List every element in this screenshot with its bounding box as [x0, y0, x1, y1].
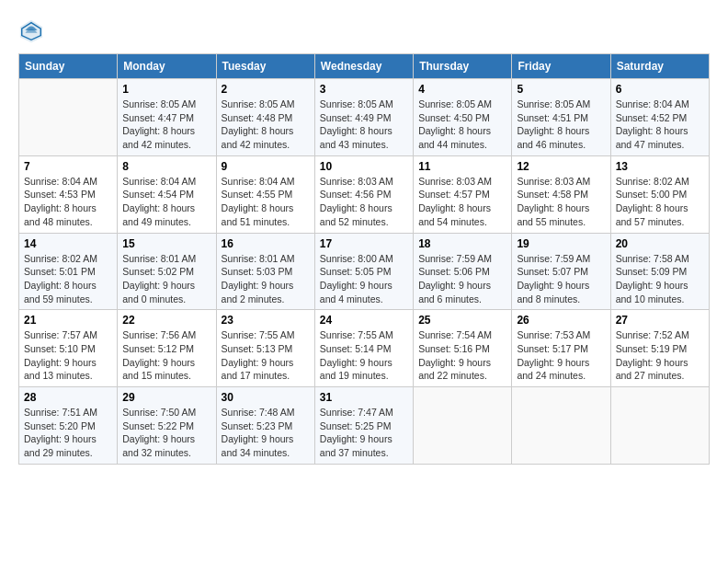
- day-info: Sunrise: 7:59 AMSunset: 5:07 PMDaylight:…: [517, 252, 605, 306]
- calendar-cell: 25Sunrise: 7:54 AMSunset: 5:16 PMDayligh…: [414, 310, 512, 387]
- calendar-cell: 12Sunrise: 8:03 AMSunset: 4:58 PMDayligh…: [512, 155, 610, 233]
- day-info: Sunrise: 7:47 AMSunset: 5:25 PMDaylight:…: [320, 406, 408, 460]
- logo-icon: [18, 18, 44, 44]
- day-number: 10: [320, 160, 408, 173]
- day-number: 22: [122, 314, 210, 327]
- calendar-cell: 4Sunrise: 8:05 AMSunset: 4:50 PMDaylight…: [414, 79, 512, 156]
- day-number: 7: [24, 160, 112, 173]
- calendar-cell: 8Sunrise: 8:04 AMSunset: 4:54 PMDaylight…: [118, 155, 216, 233]
- day-info: Sunrise: 7:48 AMSunset: 5:23 PMDaylight:…: [222, 406, 310, 460]
- day-info: Sunrise: 7:52 AMSunset: 5:19 PMDaylight:…: [616, 328, 704, 383]
- calendar-cell: 1Sunrise: 8:05 AMSunset: 4:47 PMDaylight…: [118, 79, 216, 156]
- day-info: Sunrise: 7:54 AMSunset: 5:16 PMDaylight:…: [418, 328, 506, 383]
- day-number: 26: [517, 314, 605, 327]
- day-info: Sunrise: 8:02 AMSunset: 5:01 PMDaylight:…: [24, 252, 112, 306]
- calendar-cell: 28Sunrise: 7:51 AMSunset: 5:20 PMDayligh…: [19, 387, 118, 465]
- calendar-cell: 26Sunrise: 7:53 AMSunset: 5:17 PMDayligh…: [512, 310, 610, 387]
- day-number: 12: [517, 160, 605, 173]
- day-info: Sunrise: 8:00 AMSunset: 5:05 PMDaylight:…: [320, 252, 408, 306]
- calendar-cell: 27Sunrise: 7:52 AMSunset: 5:19 PMDayligh…: [610, 310, 709, 387]
- calendar-cell: 6Sunrise: 8:04 AMSunset: 4:52 PMDaylight…: [610, 79, 709, 156]
- calendar-cell: 2Sunrise: 8:05 AMSunset: 4:48 PMDaylight…: [216, 79, 314, 156]
- calendar-cell: 10Sunrise: 8:03 AMSunset: 4:56 PMDayligh…: [314, 155, 413, 233]
- calendar-table: SundayMondayTuesdayWednesdayThursdayFrid…: [18, 53, 710, 465]
- day-info: Sunrise: 7:59 AMSunset: 5:06 PMDaylight:…: [418, 252, 506, 306]
- calendar-cell: 20Sunrise: 7:58 AMSunset: 5:09 PMDayligh…: [610, 233, 709, 310]
- day-number: 18: [418, 237, 506, 250]
- day-info: Sunrise: 7:51 AMSunset: 5:20 PMDaylight:…: [24, 406, 112, 460]
- day-number: 9: [222, 160, 310, 173]
- day-number: 25: [418, 314, 506, 327]
- day-number: 5: [517, 83, 605, 96]
- day-number: 31: [320, 391, 408, 404]
- day-info: Sunrise: 8:04 AMSunset: 4:55 PMDaylight:…: [222, 175, 310, 229]
- day-number: 4: [418, 83, 506, 96]
- day-number: 1: [122, 83, 210, 96]
- day-info: Sunrise: 7:58 AMSunset: 5:09 PMDaylight:…: [616, 252, 704, 306]
- day-info: Sunrise: 8:01 AMSunset: 5:03 PMDaylight:…: [222, 252, 310, 306]
- calendar-cell: 22Sunrise: 7:56 AMSunset: 5:12 PMDayligh…: [118, 310, 216, 387]
- day-number: 19: [517, 237, 605, 250]
- day-number: 24: [320, 314, 408, 327]
- calendar-cell: 29Sunrise: 7:50 AMSunset: 5:22 PMDayligh…: [118, 387, 216, 465]
- day-info: Sunrise: 7:57 AMSunset: 5:10 PMDaylight:…: [24, 328, 112, 383]
- day-number: 11: [418, 160, 506, 173]
- calendar-cell: 5Sunrise: 8:05 AMSunset: 4:51 PMDaylight…: [512, 79, 610, 156]
- day-info: Sunrise: 8:05 AMSunset: 4:49 PMDaylight:…: [320, 98, 408, 152]
- weekday-header-tuesday: Tuesday: [216, 54, 314, 79]
- calendar-week-row: 7Sunrise: 8:04 AMSunset: 4:53 PMDaylight…: [19, 155, 710, 233]
- calendar-cell: 16Sunrise: 8:01 AMSunset: 5:03 PMDayligh…: [216, 233, 314, 310]
- day-info: Sunrise: 7:56 AMSunset: 5:12 PMDaylight:…: [122, 328, 210, 383]
- calendar-cell: 14Sunrise: 8:02 AMSunset: 5:01 PMDayligh…: [19, 233, 118, 310]
- day-info: Sunrise: 8:05 AMSunset: 4:48 PMDaylight:…: [222, 98, 310, 152]
- calendar-cell: [610, 387, 709, 465]
- weekday-header-wednesday: Wednesday: [314, 54, 413, 79]
- day-info: Sunrise: 8:02 AMSunset: 5:00 PMDaylight:…: [616, 175, 704, 229]
- day-number: 6: [616, 83, 704, 96]
- day-number: 28: [24, 391, 112, 404]
- calendar-cell: 24Sunrise: 7:55 AMSunset: 5:14 PMDayligh…: [314, 310, 413, 387]
- calendar-cell: 31Sunrise: 7:47 AMSunset: 5:25 PMDayligh…: [314, 387, 413, 465]
- day-info: Sunrise: 8:05 AMSunset: 4:51 PMDaylight:…: [517, 98, 605, 152]
- calendar-cell: 19Sunrise: 7:59 AMSunset: 5:07 PMDayligh…: [512, 233, 610, 310]
- day-number: 2: [222, 83, 310, 96]
- day-info: Sunrise: 8:01 AMSunset: 5:02 PMDaylight:…: [122, 252, 210, 306]
- calendar-cell: 11Sunrise: 8:03 AMSunset: 4:57 PMDayligh…: [414, 155, 512, 233]
- day-number: 16: [222, 237, 310, 250]
- day-number: 14: [24, 237, 112, 250]
- weekday-header-monday: Monday: [118, 54, 216, 79]
- calendar-cell: 23Sunrise: 7:55 AMSunset: 5:13 PMDayligh…: [216, 310, 314, 387]
- calendar-cell: [414, 387, 512, 465]
- calendar-cell: 15Sunrise: 8:01 AMSunset: 5:02 PMDayligh…: [118, 233, 216, 310]
- calendar-cell: 9Sunrise: 8:04 AMSunset: 4:55 PMDaylight…: [216, 155, 314, 233]
- day-info: Sunrise: 7:50 AMSunset: 5:22 PMDaylight:…: [122, 406, 210, 460]
- calendar-cell: 17Sunrise: 8:00 AMSunset: 5:05 PMDayligh…: [314, 233, 413, 310]
- calendar-cell: 13Sunrise: 8:02 AMSunset: 5:00 PMDayligh…: [610, 155, 709, 233]
- day-number: 21: [24, 314, 112, 327]
- logo: [18, 18, 48, 44]
- page-header: [18, 18, 710, 44]
- calendar-week-row: 21Sunrise: 7:57 AMSunset: 5:10 PMDayligh…: [19, 310, 710, 387]
- day-number: 27: [616, 314, 704, 327]
- day-number: 29: [122, 391, 210, 404]
- weekday-header-row: SundayMondayTuesdayWednesdayThursdayFrid…: [19, 54, 710, 79]
- calendar-week-row: 28Sunrise: 7:51 AMSunset: 5:20 PMDayligh…: [19, 387, 710, 465]
- day-info: Sunrise: 7:53 AMSunset: 5:17 PMDaylight:…: [517, 328, 605, 383]
- weekday-header-sunday: Sunday: [19, 54, 118, 79]
- day-number: 13: [616, 160, 704, 173]
- calendar-cell: 3Sunrise: 8:05 AMSunset: 4:49 PMDaylight…: [314, 79, 413, 156]
- weekday-header-thursday: Thursday: [414, 54, 512, 79]
- day-info: Sunrise: 8:05 AMSunset: 4:47 PMDaylight:…: [122, 98, 210, 152]
- calendar-cell: 21Sunrise: 7:57 AMSunset: 5:10 PMDayligh…: [19, 310, 118, 387]
- day-info: Sunrise: 8:05 AMSunset: 4:50 PMDaylight:…: [418, 98, 506, 152]
- day-number: 8: [122, 160, 210, 173]
- day-info: Sunrise: 8:04 AMSunset: 4:54 PMDaylight:…: [122, 175, 210, 229]
- calendar-cell: [512, 387, 610, 465]
- calendar-cell: 7Sunrise: 8:04 AMSunset: 4:53 PMDaylight…: [19, 155, 118, 233]
- calendar-week-row: 14Sunrise: 8:02 AMSunset: 5:01 PMDayligh…: [19, 233, 710, 310]
- calendar-cell: 30Sunrise: 7:48 AMSunset: 5:23 PMDayligh…: [216, 387, 314, 465]
- calendar-cell: 18Sunrise: 7:59 AMSunset: 5:06 PMDayligh…: [414, 233, 512, 310]
- weekday-header-saturday: Saturday: [610, 54, 709, 79]
- calendar-cell: [19, 79, 118, 156]
- day-number: 30: [222, 391, 310, 404]
